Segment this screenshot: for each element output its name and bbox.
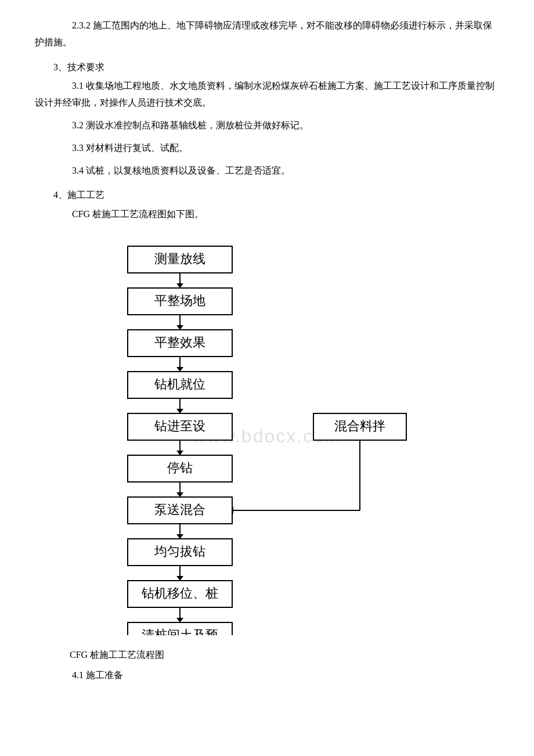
svg-marker-16 [176,409,183,413]
paragraph-3-3: 3.3 对材料进行复试、试配。 [35,140,499,157]
svg-text:钻进至设: 钻进至设 [154,419,205,433]
svg-text:钻机就位: 钻机就位 [154,377,205,391]
svg-marker-4 [176,283,183,288]
flowchart-svg: www.bdocx.com 测量放线 平整场地 平整效果 钻机就位 [81,240,453,635]
svg-marker-41 [176,618,183,622]
flowchart-container: www.bdocx.com 测量放线 平整场地 平整效果 钻机就位 [64,240,470,635]
svg-text:平整场地: 平整场地 [154,293,205,308]
svg-text:停钻: 停钻 [167,460,193,475]
section-3-title: 3、技术要求 [35,59,499,76]
svg-marker-26 [176,492,183,497]
svg-marker-33 [176,534,183,539]
svg-marker-22 [176,451,183,455]
svg-marker-12 [176,367,183,372]
svg-text:清桩间土及预: 清桩间土及预 [142,628,218,635]
svg-text:泵送混合: 泵送混合 [154,502,205,517]
paragraph-3-2: 3.2 测设水准控制点和路基轴线桩，测放桩位并做好标记。 [35,117,499,134]
flowchart-caption: CFG 桩施工工艺流程图 [70,647,499,664]
section-4-title: 4、施工工艺 [35,187,499,204]
paragraph-3-1: 3.1 收集场地工程地质、水文地质资料，编制水泥粉煤灰碎石桩施工方案、施工工艺设… [35,78,499,111]
paragraph-4-1: 4.1 施工准备 [35,667,499,684]
svg-marker-37 [176,576,183,581]
paragraph-3-4: 3.4 试桩，以复核地质资料以及设备、工艺是否适宜。 [35,163,499,179]
svg-text:平整效果: 平整效果 [154,335,205,350]
document-content: 2.3.2 施工范围内的地上、地下障碍物应清理或改移完毕，对不能改移的障碍物必须… [35,17,499,684]
svg-text:钻机移位、桩: 钻机移位、桩 [141,586,218,600]
svg-text:均匀拔钻: 均匀拔钻 [154,544,205,559]
svg-text:测量放线: 测量放线 [154,251,205,266]
paragraph-4-intro: CFG 桩施工工艺流程图如下图。 [35,206,499,223]
paragraph-2-3-2: 2.3.2 施工范围内的地上、地下障碍物应清理或改移完毕，对不能改移的障碍物必须… [35,17,499,51]
svg-marker-8 [176,325,183,330]
svg-text:混合料拌: 混合料拌 [334,419,385,433]
